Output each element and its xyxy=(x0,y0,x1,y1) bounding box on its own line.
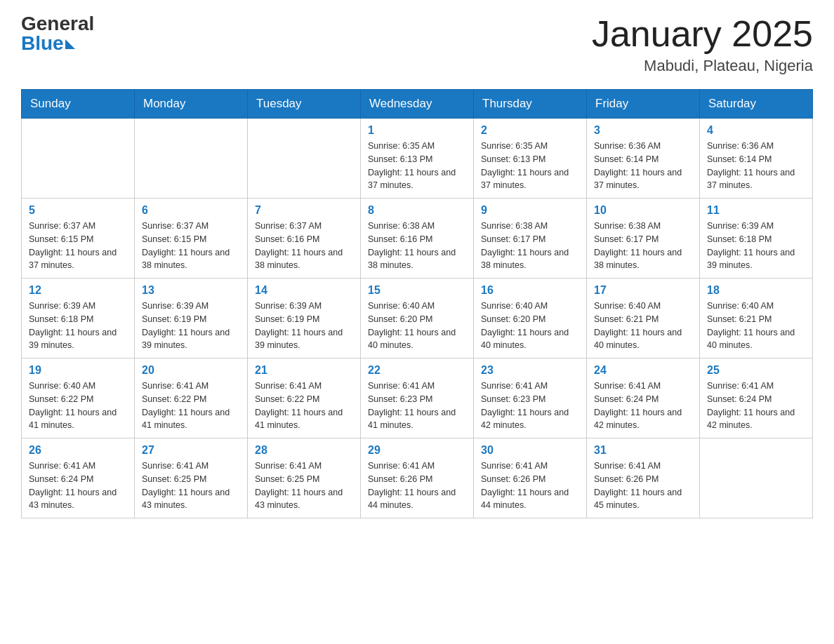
day-number: 24 xyxy=(594,364,692,377)
calendar-cell: 9Sunrise: 6:38 AMSunset: 6:17 PMDaylight… xyxy=(474,199,587,279)
calendar-cell: 13Sunrise: 6:39 AMSunset: 6:19 PMDayligh… xyxy=(135,279,248,358)
calendar-header-row: SundayMondayTuesdayWednesdayThursdayFrid… xyxy=(22,90,813,119)
day-number: 30 xyxy=(481,444,579,457)
day-number: 3 xyxy=(594,124,692,137)
day-info: Sunrise: 6:40 AMSunset: 6:21 PMDaylight:… xyxy=(707,300,805,352)
day-number: 15 xyxy=(368,284,466,297)
day-number: 2 xyxy=(481,124,579,137)
day-number: 11 xyxy=(707,204,805,217)
calendar-cell: 20Sunrise: 6:41 AMSunset: 6:22 PMDayligh… xyxy=(135,358,248,438)
calendar-week-row: 1Sunrise: 6:35 AMSunset: 6:13 PMDaylight… xyxy=(22,119,813,199)
calendar-cell: 25Sunrise: 6:41 AMSunset: 6:24 PMDayligh… xyxy=(700,358,813,438)
calendar-cell: 22Sunrise: 6:41 AMSunset: 6:23 PMDayligh… xyxy=(361,358,474,438)
month-title: January 2025 xyxy=(592,14,813,54)
calendar-cell: 19Sunrise: 6:40 AMSunset: 6:22 PMDayligh… xyxy=(22,358,135,438)
calendar-cell: 23Sunrise: 6:41 AMSunset: 6:23 PMDayligh… xyxy=(474,358,587,438)
day-number: 10 xyxy=(594,204,692,217)
calendar-cell: 15Sunrise: 6:40 AMSunset: 6:20 PMDayligh… xyxy=(361,279,474,358)
location-subtitle: Mabudi, Plateau, Nigeria xyxy=(592,57,813,75)
day-number: 23 xyxy=(481,364,579,377)
day-number: 6 xyxy=(142,204,240,217)
day-number: 12 xyxy=(29,284,127,297)
calendar-cell: 7Sunrise: 6:37 AMSunset: 6:16 PMDaylight… xyxy=(248,199,361,279)
calendar-week-row: 5Sunrise: 6:37 AMSunset: 6:15 PMDaylight… xyxy=(22,199,813,279)
day-info: Sunrise: 6:40 AMSunset: 6:22 PMDaylight:… xyxy=(29,380,127,432)
calendar-cell: 16Sunrise: 6:40 AMSunset: 6:20 PMDayligh… xyxy=(474,279,587,358)
day-info: Sunrise: 6:41 AMSunset: 6:26 PMDaylight:… xyxy=(481,459,579,512)
day-number: 22 xyxy=(368,364,466,377)
calendar-cell: 12Sunrise: 6:39 AMSunset: 6:18 PMDayligh… xyxy=(22,279,135,358)
day-number: 20 xyxy=(142,364,240,377)
calendar-cell: 11Sunrise: 6:39 AMSunset: 6:18 PMDayligh… xyxy=(700,199,813,279)
calendar-cell: 21Sunrise: 6:41 AMSunset: 6:22 PMDayligh… xyxy=(248,358,361,438)
calendar-cell: 2Sunrise: 6:35 AMSunset: 6:13 PMDaylight… xyxy=(474,119,587,199)
calendar-cell: 18Sunrise: 6:40 AMSunset: 6:21 PMDayligh… xyxy=(700,279,813,358)
day-info: Sunrise: 6:41 AMSunset: 6:23 PMDaylight:… xyxy=(481,380,579,432)
calendar-cell xyxy=(22,119,135,199)
calendar-cell: 31Sunrise: 6:41 AMSunset: 6:26 PMDayligh… xyxy=(587,438,700,518)
calendar-cell: 10Sunrise: 6:38 AMSunset: 6:17 PMDayligh… xyxy=(587,199,700,279)
calendar-week-row: 26Sunrise: 6:41 AMSunset: 6:24 PMDayligh… xyxy=(22,438,813,518)
calendar-week-row: 12Sunrise: 6:39 AMSunset: 6:18 PMDayligh… xyxy=(22,279,813,358)
calendar-week-row: 19Sunrise: 6:40 AMSunset: 6:22 PMDayligh… xyxy=(22,358,813,438)
calendar-day-header: Thursday xyxy=(474,90,587,119)
day-number: 31 xyxy=(594,444,692,457)
day-info: Sunrise: 6:40 AMSunset: 6:20 PMDaylight:… xyxy=(481,300,579,352)
day-info: Sunrise: 6:36 AMSunset: 6:14 PMDaylight:… xyxy=(707,140,805,192)
day-info: Sunrise: 6:38 AMSunset: 6:17 PMDaylight:… xyxy=(481,220,579,272)
day-number: 8 xyxy=(368,204,466,217)
title-section: January 2025 Mabudi, Plateau, Nigeria xyxy=(592,14,813,75)
day-number: 5 xyxy=(29,204,127,217)
day-number: 4 xyxy=(707,124,805,137)
logo-triangle-icon xyxy=(65,39,75,49)
day-number: 17 xyxy=(594,284,692,297)
day-info: Sunrise: 6:35 AMSunset: 6:13 PMDaylight:… xyxy=(368,140,466,192)
calendar-cell: 28Sunrise: 6:41 AMSunset: 6:25 PMDayligh… xyxy=(248,438,361,518)
calendar-day-header: Sunday xyxy=(22,90,135,119)
day-number: 16 xyxy=(481,284,579,297)
calendar-cell xyxy=(248,119,361,199)
calendar-day-header: Tuesday xyxy=(248,90,361,119)
calendar-cell: 17Sunrise: 6:40 AMSunset: 6:21 PMDayligh… xyxy=(587,279,700,358)
day-info: Sunrise: 6:41 AMSunset: 6:26 PMDaylight:… xyxy=(594,459,692,512)
calendar-day-header: Wednesday xyxy=(361,90,474,119)
day-number: 13 xyxy=(142,284,240,297)
day-info: Sunrise: 6:41 AMSunset: 6:25 PMDaylight:… xyxy=(142,459,240,512)
day-info: Sunrise: 6:41 AMSunset: 6:25 PMDaylight:… xyxy=(255,459,353,512)
day-number: 9 xyxy=(481,204,579,217)
day-info: Sunrise: 6:41 AMSunset: 6:24 PMDaylight:… xyxy=(29,459,127,512)
calendar-cell: 5Sunrise: 6:37 AMSunset: 6:15 PMDaylight… xyxy=(22,199,135,279)
day-number: 21 xyxy=(255,364,353,377)
day-info: Sunrise: 6:39 AMSunset: 6:19 PMDaylight:… xyxy=(142,300,240,352)
calendar-day-header: Friday xyxy=(587,90,700,119)
day-info: Sunrise: 6:41 AMSunset: 6:24 PMDaylight:… xyxy=(707,380,805,432)
day-number: 7 xyxy=(255,204,353,217)
logo-blue-text: Blue xyxy=(21,34,64,53)
calendar-cell xyxy=(700,438,813,518)
calendar-day-header: Monday xyxy=(135,90,248,119)
page-header: General Blue January 2025 Mabudi, Platea… xyxy=(21,14,813,75)
calendar-cell: 30Sunrise: 6:41 AMSunset: 6:26 PMDayligh… xyxy=(474,438,587,518)
day-info: Sunrise: 6:37 AMSunset: 6:15 PMDaylight:… xyxy=(29,220,127,272)
day-number: 26 xyxy=(29,444,127,457)
day-number: 29 xyxy=(368,444,466,457)
calendar-cell: 6Sunrise: 6:37 AMSunset: 6:15 PMDaylight… xyxy=(135,199,248,279)
logo: General Blue xyxy=(21,14,94,53)
calendar-cell: 3Sunrise: 6:36 AMSunset: 6:14 PMDaylight… xyxy=(587,119,700,199)
day-number: 1 xyxy=(368,124,466,137)
day-info: Sunrise: 6:40 AMSunset: 6:20 PMDaylight:… xyxy=(368,300,466,352)
day-number: 19 xyxy=(29,364,127,377)
day-info: Sunrise: 6:40 AMSunset: 6:21 PMDaylight:… xyxy=(594,300,692,352)
calendar-cell: 14Sunrise: 6:39 AMSunset: 6:19 PMDayligh… xyxy=(248,279,361,358)
calendar-cell: 24Sunrise: 6:41 AMSunset: 6:24 PMDayligh… xyxy=(587,358,700,438)
calendar-cell: 26Sunrise: 6:41 AMSunset: 6:24 PMDayligh… xyxy=(22,438,135,518)
day-number: 28 xyxy=(255,444,353,457)
logo-general-text: General xyxy=(21,14,94,34)
calendar-cell: 1Sunrise: 6:35 AMSunset: 6:13 PMDaylight… xyxy=(361,119,474,199)
day-info: Sunrise: 6:41 AMSunset: 6:23 PMDaylight:… xyxy=(368,380,466,432)
day-info: Sunrise: 6:39 AMSunset: 6:18 PMDaylight:… xyxy=(707,220,805,272)
day-info: Sunrise: 6:39 AMSunset: 6:18 PMDaylight:… xyxy=(29,300,127,352)
calendar-table: SundayMondayTuesdayWednesdayThursdayFrid… xyxy=(21,89,813,518)
day-info: Sunrise: 6:36 AMSunset: 6:14 PMDaylight:… xyxy=(594,140,692,192)
day-info: Sunrise: 6:41 AMSunset: 6:26 PMDaylight:… xyxy=(368,459,466,512)
